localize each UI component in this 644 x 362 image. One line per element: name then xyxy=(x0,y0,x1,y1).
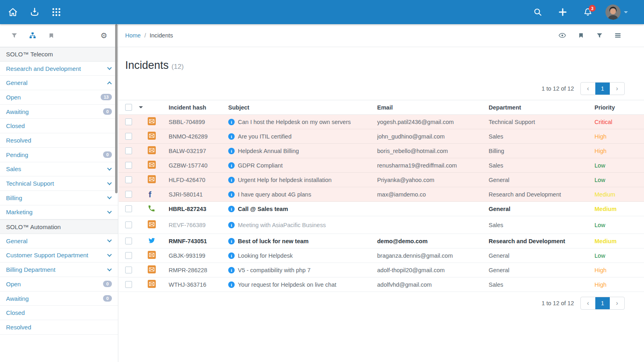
sidebar-item-marketing[interactable]: Marketing xyxy=(0,205,118,220)
pagination-page-1[interactable]: 1 xyxy=(595,297,610,309)
table-row[interactable]: GBJK-993199 i Looking for Helpdesk braga… xyxy=(119,248,644,263)
sidebar-scrollbar[interactable] xyxy=(115,24,118,193)
breadcrumb-current: Incidents xyxy=(150,32,173,39)
download-icon[interactable] xyxy=(26,3,43,21)
incident-email: renusharma19@rediffmail.com xyxy=(377,162,489,169)
incident-email: adolf-thopil20@gmail.com xyxy=(377,267,489,273)
sidebar-item-sales[interactable]: Sales xyxy=(0,162,118,177)
row-checkbox[interactable] xyxy=(125,176,132,183)
select-all-checkbox[interactable] xyxy=(125,104,132,111)
twitter-channel-icon xyxy=(148,237,156,245)
table-row[interactable]: SBBL-704899 i Can I host the Helpdesk on… xyxy=(119,115,644,129)
pagination-page-1[interactable]: 1 xyxy=(595,83,610,95)
table-row[interactable]: RMPR-286228 i V5 - compatibility with ph… xyxy=(119,263,644,277)
home-icon[interactable] xyxy=(4,3,22,21)
breadcrumb-bar: Home / Incidents xyxy=(119,24,644,47)
bookmark-icon[interactable] xyxy=(576,30,586,41)
pagination-next-button[interactable]: › xyxy=(610,297,624,309)
pagination-prev-button[interactable]: ‹ xyxy=(581,83,595,95)
row-checkbox[interactable] xyxy=(125,133,132,140)
incident-department: Sales xyxy=(489,222,594,228)
row-checkbox[interactable] xyxy=(125,118,132,125)
column-incident-hash: Incident hash xyxy=(169,104,228,111)
notifications-bell-icon[interactable]: 3 xyxy=(579,3,597,21)
row-checkbox[interactable] xyxy=(125,221,132,228)
email-channel-icon xyxy=(148,251,156,260)
add-icon[interactable] xyxy=(554,3,572,21)
sidebar-item-general[interactable]: General xyxy=(0,76,118,90)
column-priority: Priority xyxy=(594,104,625,111)
user-menu[interactable] xyxy=(605,4,628,20)
sidebar-item-resolved[interactable]: Resolved xyxy=(0,133,118,148)
chevron-down-icon xyxy=(107,252,111,257)
sitemap-icon[interactable] xyxy=(27,29,39,41)
table-row[interactable]: BNMO-426289 i Are you ITIL certified joh… xyxy=(119,129,644,144)
table-row[interactable]: HLFD-426470 i Urgent Help for helpdesk i… xyxy=(119,173,644,187)
sidebar-item-technical-support[interactable]: Technical Support xyxy=(0,176,118,191)
filter-icon[interactable] xyxy=(594,30,605,41)
table-row[interactable]: RMNF-743051 i Best of luck for new team … xyxy=(119,234,644,248)
breadcrumb-home-link[interactable]: Home xyxy=(125,32,141,39)
email-channel-icon xyxy=(148,280,156,289)
row-checkbox[interactable] xyxy=(125,252,132,259)
row-checkbox[interactable] xyxy=(125,205,132,212)
incident-department: Billing xyxy=(489,148,594,154)
sidebar-item-resolved[interactable]: Resolved xyxy=(0,320,118,335)
table-row[interactable]: f SJRI-580141 i I have query about 4G pl… xyxy=(119,187,644,202)
sidebar-section-solo-automation: SOLO™ Automation xyxy=(0,219,118,234)
page-title: Incidents xyxy=(125,59,169,72)
row-checkbox[interactable] xyxy=(125,162,132,169)
list-menu-icon[interactable] xyxy=(613,30,623,41)
sidebar-item-open[interactable]: Open 0 xyxy=(0,277,118,292)
incident-priority: High xyxy=(594,267,625,273)
sidebar-item-billing[interactable]: Billing xyxy=(0,191,118,205)
sidebar-item-general[interactable]: General xyxy=(0,234,118,248)
row-checkbox[interactable] xyxy=(125,191,132,198)
table-row[interactable]: BALW-032197 i Helpdesk Annual Billing bo… xyxy=(119,144,644,158)
eye-icon[interactable] xyxy=(557,30,568,41)
apps-grid-icon[interactable] xyxy=(47,3,65,21)
incident-department: General xyxy=(489,177,594,183)
incident-hash: HLFD-426470 xyxy=(169,177,228,183)
table-header: Incident hash Subject Email Department P… xyxy=(119,100,644,115)
incident-department: General xyxy=(489,206,594,212)
email-channel-icon xyxy=(148,117,156,126)
pagination-prev-button[interactable]: ‹ xyxy=(581,297,595,309)
count-badge: 0 xyxy=(103,151,112,158)
row-checkbox[interactable] xyxy=(125,267,132,273)
incident-department: Sales xyxy=(489,162,594,169)
sidebar-item-awaiting[interactable]: Awaiting 0 xyxy=(0,105,118,119)
sidebar-item-closed[interactable]: Closed xyxy=(0,306,118,320)
table-row[interactable]: WTHJ-363716 i Your request for Helpdesk … xyxy=(119,277,644,292)
sidebar-item-pending[interactable]: Pending 0 xyxy=(0,148,118,162)
sidebar-item-closed[interactable]: Closed xyxy=(0,119,118,133)
incident-subject: Best of luck for new team xyxy=(238,238,309,244)
count-badge: 0 xyxy=(103,295,112,302)
email-channel-icon xyxy=(148,265,156,275)
incident-hash: REVF-766389 xyxy=(169,222,228,228)
search-icon[interactable] xyxy=(529,3,547,21)
sidebar-item-open[interactable]: Open 13 xyxy=(0,90,118,105)
filter-icon[interactable] xyxy=(8,29,20,41)
row-checkbox[interactable] xyxy=(125,147,132,154)
table-body: SBBL-704899 i Can I host the Helpdesk on… xyxy=(119,115,644,292)
sidebar-item-research-and-development[interactable]: Research and Development xyxy=(0,62,118,76)
sidebar-item-customer-support-department[interactable]: Customer Support Department xyxy=(0,248,118,263)
count-badge: 0 xyxy=(103,108,112,115)
incident-email: yogesh.patil2436@gmail.com xyxy=(377,119,489,125)
table-row[interactable]: REVF-766389 i Meeting with AsiaPacific B… xyxy=(119,216,644,234)
pagination-next-button[interactable]: › xyxy=(610,83,624,95)
table-row[interactable]: HBRL-827243 i Call @ Sales team General … xyxy=(119,202,644,216)
gear-icon[interactable]: ⚙ xyxy=(98,29,110,41)
row-checkbox[interactable] xyxy=(125,238,132,244)
sidebar-item-awaiting[interactable]: Awaiting 0 xyxy=(0,292,118,306)
count-badge: 0 xyxy=(103,281,112,287)
chevron-down-icon xyxy=(107,195,111,199)
bookmark-icon[interactable] xyxy=(45,29,57,41)
table-row[interactable]: GZBW-157740 i GDPR Compliant renusharma1… xyxy=(119,158,644,173)
info-icon: i xyxy=(228,206,235,212)
chevron-down-icon[interactable] xyxy=(139,106,143,108)
row-checkbox[interactable] xyxy=(125,281,132,288)
column-email: Email xyxy=(377,104,489,111)
sidebar-item-billing-department[interactable]: Billing Department xyxy=(0,263,118,277)
